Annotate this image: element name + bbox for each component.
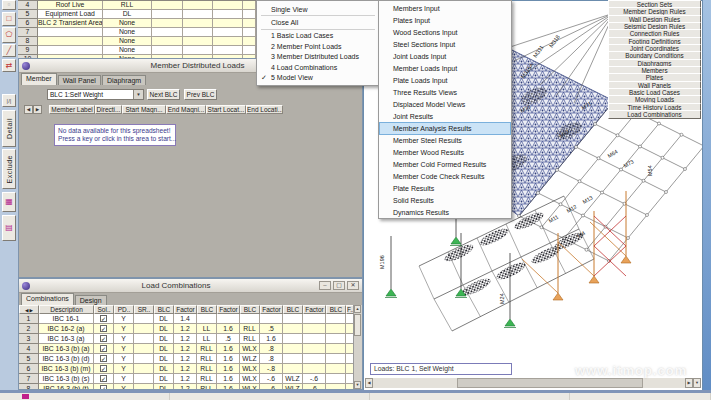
data-cell[interactable]: Y [114, 334, 134, 344]
solve-checkbox[interactable]: ✓ [100, 325, 107, 332]
data-cell[interactable]: 1.2 [174, 334, 197, 344]
data-cell[interactable]: WLZ [283, 374, 303, 384]
data-cell[interactable] [134, 334, 154, 344]
data-cell[interactable]: WLX [240, 344, 260, 354]
partial-tool-icon[interactable]: ▫ [2, 0, 16, 10]
data-cell[interactable] [303, 364, 326, 374]
data-cell[interactable]: -.6 [303, 374, 326, 384]
chevron-down-icon[interactable]: ▼ [133, 90, 143, 99]
data-cell[interactable]: None [103, 19, 152, 28]
data-cell[interactable]: BLC 2 Transient Area [38, 19, 103, 28]
spreadsheet-tool-button[interactable]: ▦ [2, 192, 16, 212]
data-cell[interactable] [213, 1, 243, 10]
scrollbar-thumb[interactable] [457, 378, 643, 388]
data-cell[interactable] [326, 314, 346, 324]
data-cell[interactable] [326, 324, 346, 334]
data-cell[interactable] [213, 46, 243, 55]
data-cell[interactable]: IBC 16-1 [39, 314, 94, 324]
model-horizontal-scrollbar[interactable]: ◀ ▶ ▼ [365, 378, 701, 388]
solve-checkbox[interactable]: ✓ [100, 315, 107, 322]
data-cell[interactable] [197, 314, 217, 324]
data-cell[interactable] [38, 46, 103, 55]
menu-item[interactable]: Single View [257, 4, 379, 14]
data-cell[interactable]: ✓ [94, 364, 114, 374]
menu-item[interactable]: Member Wood Results [379, 147, 511, 159]
menu-item[interactable]: Members Input [379, 2, 511, 14]
data-cell[interactable] [243, 28, 256, 37]
data-cell[interactable] [152, 37, 183, 46]
scroll-right-icon[interactable]: ▶ [30, 308, 33, 313]
data-cell[interactable] [243, 10, 256, 19]
taskbar-segment[interactable] [170, 393, 370, 400]
data-cell[interactable] [326, 334, 346, 344]
data-cell[interactable] [183, 19, 213, 28]
data-cell[interactable]: 1.6 [260, 334, 283, 344]
tab-diaphragm[interactable]: Diaphragm [102, 75, 146, 85]
solve-checkbox[interactable]: ✓ [100, 345, 107, 352]
data-cell[interactable]: ✓ [94, 314, 114, 324]
data-cell[interactable] [283, 344, 303, 354]
row-number-cell[interactable]: 7 [18, 28, 38, 37]
next-blc-button[interactable]: Next BLC [147, 89, 180, 100]
data-cell[interactable]: .8 [260, 344, 283, 354]
data-cell[interactable]: DL [154, 354, 174, 364]
data-cell[interactable]: .5 [260, 324, 283, 334]
data-cell[interactable]: 1.2 [174, 364, 197, 374]
data-cell[interactable]: RLL [197, 344, 217, 354]
data-cell[interactable]: WLX [240, 364, 260, 374]
data-cell[interactable]: None [103, 46, 152, 55]
data-cell[interactable]: RLL [103, 1, 152, 10]
data-cell[interactable]: 1.2 [174, 354, 197, 364]
taskbar-segment[interactable] [370, 393, 570, 400]
data-cell[interactable] [326, 374, 346, 384]
menu-item[interactable]: ✓5 Model View [257, 72, 379, 82]
data-cell[interactable] [303, 324, 326, 334]
data-cell[interactable]: Y [114, 374, 134, 384]
menu-item[interactable]: Member Cold Formed Results [379, 159, 511, 171]
data-cell[interactable]: Equipment Load [38, 10, 103, 19]
data-cell[interactable]: RLL [197, 364, 217, 374]
data-cell[interactable] [243, 46, 256, 55]
row-number-cell[interactable]: 6 [18, 19, 38, 28]
data-cell[interactable]: IBC 16-3 (b) (a) [39, 344, 94, 354]
solve-checkbox[interactable]: ✓ [100, 365, 107, 372]
blc-selector[interactable]: BLC 1:Self Weight ▼ [47, 89, 144, 100]
menu-item[interactable]: Steel Sections Input [379, 38, 511, 50]
tab-member[interactable]: Member [21, 73, 57, 85]
scrollbar-track[interactable] [373, 378, 685, 388]
data-cell[interactable] [283, 354, 303, 364]
data-cell[interactable]: 1.6 [217, 354, 240, 364]
menu-item[interactable]: Dynamics Results [379, 207, 511, 219]
close-button[interactable]: ✕ [347, 281, 359, 290]
data-cell[interactable] [183, 1, 213, 10]
data-cell[interactable]: .8 [260, 354, 283, 364]
data-cell[interactable] [38, 28, 103, 37]
data-cell[interactable]: IBC 16-3 (b) (d) [39, 354, 94, 364]
data-cell[interactable]: ✓ [94, 334, 114, 344]
data-cell[interactable]: RLL [197, 374, 217, 384]
data-cell[interactable] [134, 324, 154, 334]
data-cell[interactable] [260, 314, 283, 324]
data-cell[interactable]: 1.2 [174, 374, 197, 384]
scrollbar-thumb[interactable] [354, 314, 361, 336]
data-cell[interactable]: RLL [197, 354, 217, 364]
data-cell[interactable]: WLZ [240, 354, 260, 364]
data-cell[interactable] [243, 19, 256, 28]
data-cell[interactable]: ✓ [94, 324, 114, 334]
tab-wall-panel[interactable]: Wall Panel [58, 75, 101, 85]
data-cell[interactable]: 1.6 [217, 324, 240, 334]
data-cell[interactable] [283, 324, 303, 334]
data-cell[interactable]: 1.4 [174, 314, 197, 324]
data-cell[interactable] [213, 37, 243, 46]
scroll-left-icon[interactable]: ◀ [365, 378, 373, 388]
data-cell[interactable]: Y [114, 354, 134, 364]
row-number-cell[interactable]: 1 [19, 314, 39, 324]
menu-item[interactable]: Member Code Check Results [379, 171, 511, 183]
panel-button-load-combinations[interactable]: Load Combinations [608, 110, 701, 118]
data-cell[interactable] [283, 364, 303, 374]
data-cell[interactable] [38, 37, 103, 46]
data-cell[interactable] [326, 364, 346, 374]
menu-item[interactable]: 1 Basic Load Cases [257, 31, 379, 41]
menu-item[interactable]: Plates Input [379, 14, 511, 26]
data-cell[interactable] [134, 354, 154, 364]
